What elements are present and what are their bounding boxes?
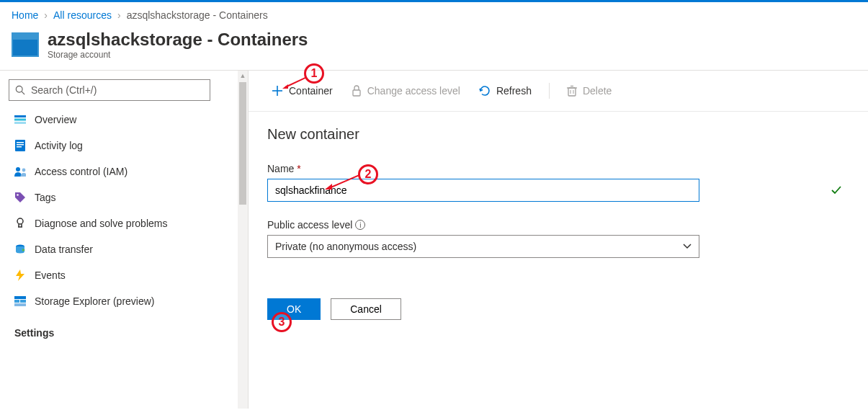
sidebar-item-label: Events	[35, 269, 66, 281]
svg-rect-2	[14, 115, 26, 117]
sidebar-section-settings: Settings	[9, 314, 229, 343]
events-icon	[14, 269, 26, 281]
svg-point-10	[22, 169, 26, 172]
svg-rect-21	[568, 88, 576, 96]
name-field-label: Name *	[267, 163, 849, 174]
search-icon	[15, 85, 25, 95]
sidebar-item-overview[interactable]: Overview	[9, 107, 229, 133]
content-pane: Container Change access level Refresh De…	[249, 71, 868, 409]
sidebar-item-access-control[interactable]: Access control (IAM)	[9, 159, 229, 184]
page-subtitle: Storage account	[48, 50, 308, 60]
sidebar: ‹‹ Overview Activity log Access control …	[0, 71, 249, 409]
public-access-level-select[interactable]: Private (no anonymous access)	[267, 235, 699, 258]
overview-icon	[14, 114, 26, 125]
scroll-up-icon: ▲	[238, 72, 248, 79]
container-name-input[interactable]	[267, 179, 699, 202]
breadcrumb: Home › All resources › azsqlshackstorage…	[0, 2, 868, 27]
sidebar-item-label: Activity log	[35, 140, 83, 151]
delete-button[interactable]: Delete	[561, 81, 617, 101]
svg-rect-7	[17, 144, 24, 146]
diagnose-icon	[14, 218, 26, 229]
valid-check-icon	[831, 184, 842, 198]
sidebar-item-diagnose[interactable]: Diagnose and solve problems	[9, 210, 229, 236]
refresh-button[interactable]: Refresh	[473, 81, 537, 101]
refresh-icon	[479, 85, 491, 97]
panel-title: New container	[267, 126, 849, 143]
iam-icon	[14, 166, 26, 177]
sidebar-item-label: Data transfer	[35, 244, 93, 255]
sidebar-item-label: Diagnose and solve problems	[35, 218, 167, 229]
sidebar-item-storage-explorer[interactable]: Storage Explorer (preview)	[9, 288, 229, 314]
toolbar-label: Change access level	[367, 85, 460, 97]
svg-rect-14	[14, 296, 26, 299]
sidebar-item-label: Access control (IAM)	[35, 166, 127, 177]
page-title: azsqlshackstorage - Containers	[48, 30, 308, 50]
svg-rect-20	[353, 90, 360, 96]
access-level-field-label: Public access level i	[267, 219, 849, 231]
svg-rect-16	[20, 300, 26, 303]
toolbar-label: Delete	[583, 85, 612, 97]
breadcrumb-home[interactable]: Home	[12, 9, 38, 21]
sidebar-item-events[interactable]: Events	[9, 262, 229, 288]
storage-account-icon	[12, 32, 39, 57]
select-value: Private (no anonymous access)	[275, 241, 416, 252]
label-text: Public access level	[267, 219, 352, 231]
svg-point-12	[17, 218, 23, 224]
sidebar-item-label: Tags	[35, 192, 56, 203]
svg-rect-6	[17, 142, 24, 143]
sidebar-item-tags[interactable]: Tags	[9, 184, 229, 210]
search-input[interactable]	[31, 84, 204, 96]
chevron-down-icon	[683, 241, 692, 251]
toolbar-separator	[549, 83, 550, 99]
svg-rect-15	[14, 300, 19, 303]
svg-point-9	[16, 167, 20, 171]
svg-point-0	[16, 86, 22, 92]
svg-rect-3	[14, 119, 26, 121]
svg-rect-8	[17, 146, 22, 148]
info-icon[interactable]: i	[355, 220, 365, 230]
toolbar: Container Change access level Refresh De…	[249, 71, 868, 112]
svg-point-11	[17, 194, 19, 196]
tags-icon	[14, 192, 26, 203]
cancel-button[interactable]: Cancel	[331, 298, 401, 320]
sidebar-item-data-transfer[interactable]: Data transfer	[9, 236, 229, 262]
add-container-button[interactable]: Container	[266, 81, 339, 101]
chevron-right-icon: ›	[117, 9, 121, 21]
lock-icon	[352, 85, 362, 97]
toolbar-label: Refresh	[496, 85, 532, 97]
sidebar-item-activity-log[interactable]: Activity log	[9, 133, 229, 159]
ok-button[interactable]: OK	[267, 298, 321, 320]
data-transfer-icon	[14, 244, 26, 255]
new-container-panel: New container Name * Public access level…	[249, 112, 868, 334]
breadcrumb-all-resources[interactable]: All resources	[53, 9, 112, 21]
svg-rect-4	[14, 122, 26, 124]
page-header: azsqlshackstorage - Containers Storage a…	[0, 27, 868, 70]
breadcrumb-current: azsqlshackstorage - Containers	[127, 9, 268, 21]
chevron-right-icon: ›	[44, 9, 48, 21]
storage-explorer-icon	[14, 295, 26, 307]
required-asterisk: *	[297, 163, 300, 174]
scrollbar-thumb[interactable]	[239, 82, 246, 205]
sidebar-scrollbar[interactable]: ▲	[238, 71, 248, 409]
toolbar-label: Container	[289, 85, 333, 97]
sidebar-item-label: Overview	[35, 114, 76, 125]
trash-icon	[567, 85, 577, 97]
plus-icon	[272, 85, 283, 97]
search-input-wrap[interactable]	[9, 79, 210, 101]
svg-rect-17	[14, 303, 26, 306]
activity-log-icon	[14, 140, 26, 151]
svg-rect-5	[15, 140, 25, 151]
svg-line-1	[22, 92, 24, 94]
label-text: Name	[267, 163, 294, 174]
sidebar-item-label: Storage Explorer (preview)	[35, 295, 155, 307]
change-access-level-button[interactable]: Change access level	[346, 81, 466, 101]
